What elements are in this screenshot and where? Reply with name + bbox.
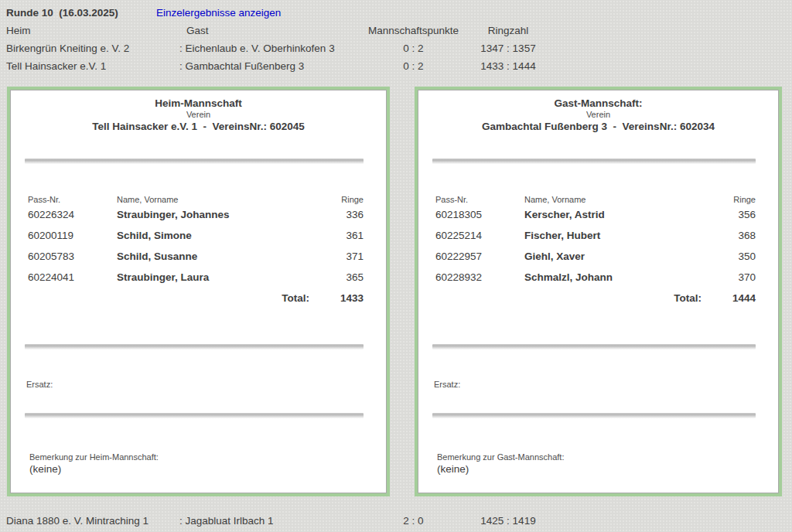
total-label: Total: <box>117 292 309 304</box>
gast-team-name: : Eichenlaub e. V. Oberhinkofen 3 <box>179 43 362 54</box>
shooter-name: Straubinger, Laura <box>117 271 309 283</box>
ringe-value: 356 <box>702 209 756 220</box>
match-row-footer: Diana 1880 e. V. Mintraching 1 : Jagablu… <box>0 512 792 530</box>
bemerkung-value: (keine) <box>437 462 778 476</box>
shooter-row: 60218305 Kerscher, Astrid 356 <box>435 204 756 225</box>
panel-title: Gast-Mannschaft: <box>418 97 778 110</box>
bemerkung-value: (keine) <box>29 462 386 476</box>
total-value: 1444 <box>702 292 756 304</box>
name-header: Name, Vorname <box>524 195 702 204</box>
column-header-ringzahl: Ringzahl <box>465 25 551 36</box>
gast-team-name: : Jagabluat Irlbach 1 <box>179 515 362 527</box>
divider <box>432 413 756 418</box>
ringzahl-value: 1347 : 1357 <box>465 43 551 54</box>
pass-nr: 60224041 <box>28 271 117 283</box>
ringe-value: 336 <box>309 209 364 220</box>
shooter-row: 60200119 Schild, Simone 361 <box>28 225 364 246</box>
heim-team-name: Tell Hainsacker e.V. 1 <box>6 60 179 72</box>
round-title-row: Runde 10 (16.03.2025) Einzelergebnisse a… <box>6 4 792 22</box>
pass-nr: 60205783 <box>28 251 117 262</box>
bemerkung-label: Bemerkung zur Gast-Mannschaft: <box>437 452 778 462</box>
pass-nr: 60225214 <box>435 230 524 241</box>
name-header: Name, Vorname <box>117 195 309 204</box>
shooter-table: Pass-Nr. Name, Vorname Ringe 60226324 St… <box>28 187 364 309</box>
shooter-name: Kerscher, Astrid <box>524 209 702 220</box>
pass-nr: 60222957 <box>435 251 524 262</box>
column-header-gast: Gast <box>179 25 362 36</box>
ersatz-label: Ersatz: <box>26 379 386 390</box>
match-table-header-row: Heim Gast Mannschaftspunkte Ringzahl <box>6 22 792 39</box>
shooter-name: Fischer, Hubert <box>524 230 702 241</box>
ringe-header: Ringe <box>309 195 364 204</box>
shooter-name: Schmalzl, Johann <box>524 271 702 283</box>
ersatz-label: Ersatz: <box>434 379 778 390</box>
ringzahl-value: 1425 : 1419 <box>465 515 551 527</box>
mannschaftspunkte-value: 2 : 0 <box>362 515 465 527</box>
mannschaftspunkte-value: 0 : 2 <box>362 60 465 72</box>
ringe-value: 368 <box>702 230 756 241</box>
total-row: Total: 1433 <box>28 288 364 309</box>
ringe-header: Ringe <box>702 195 756 204</box>
divider <box>432 344 756 350</box>
shooter-row: 60225214 Fischer, Hubert 368 <box>435 225 756 246</box>
match-row: Tell Hainsacker e.V. 1 : Gambachtal Fuße… <box>6 57 792 75</box>
pass-nr: 60228932 <box>435 271 524 283</box>
shooter-row: 60222957 Giehl, Xaver 350 <box>435 246 756 267</box>
team-line: Gambachtal Fußenberg 3 - VereinsNr.: 602… <box>418 120 778 133</box>
total-value: 1433 <box>309 292 364 304</box>
shooter-table-header: Pass-Nr. Name, Vorname Ringe <box>435 187 756 204</box>
guest-team-panel: Gast-Mannschaft: Verein Gambachtal Fußen… <box>415 87 782 496</box>
ringe-value: 350 <box>702 251 756 262</box>
shooter-table-header: Pass-Nr. Name, Vorname Ringe <box>28 187 364 204</box>
pass-nr-header: Pass-Nr. <box>28 195 117 204</box>
round-results-header: Runde 10 (16.03.2025) Einzelergebnisse a… <box>0 0 792 75</box>
heim-team-name: Diana 1880 e. V. Mintraching 1 <box>6 515 179 527</box>
total-row: Total: 1444 <box>435 288 756 309</box>
column-header-mannschaftspunkte: Mannschaftspunkte <box>362 25 465 36</box>
home-team-panel: Heim-Mannschaft Verein Tell Hainsacker e… <box>7 87 390 496</box>
shooter-row: 60205783 Schild, Susanne 371 <box>28 246 364 267</box>
mannschaftspunkte-value: 0 : 2 <box>362 43 465 54</box>
panel-title: Heim-Mannschaft <box>11 97 386 110</box>
team-detail-panels: Heim-Mannschaft Verein Tell Hainsacker e… <box>0 87 792 496</box>
ringzahl-value: 1433 : 1444 <box>465 60 551 72</box>
team-line: Tell Hainsacker e.V. 1 - VereinsNr.: 602… <box>11 120 386 133</box>
column-header-heim: Heim <box>6 25 179 36</box>
guest-team-panel-inner: Gast-Mannschaft: Verein Gambachtal Fußen… <box>418 90 779 493</box>
shooter-name: Giehl, Xaver <box>524 251 702 262</box>
pass-nr: 60200119 <box>28 230 117 241</box>
ringe-value: 371 <box>309 251 364 262</box>
home-team-panel-inner: Heim-Mannschaft Verein Tell Hainsacker e… <box>10 90 387 493</box>
divider <box>25 159 364 164</box>
shooter-name: Schild, Susanne <box>117 251 309 262</box>
shooter-row: 60224041 Straubinger, Laura 365 <box>28 267 364 288</box>
divider <box>25 413 364 418</box>
shooter-name: Schild, Simone <box>117 230 309 241</box>
shooter-row: 60228932 Schmalzl, Johann 370 <box>435 267 756 288</box>
einzelergebnisse-link[interactable]: Einzelergebnisse anzeigen <box>156 7 281 19</box>
round-title: Runde 10 (16.03.2025) <box>6 7 156 19</box>
total-label: Total: <box>524 292 702 304</box>
pass-nr-header: Pass-Nr. <box>435 195 524 204</box>
shooter-name: Straubinger, Johannes <box>117 209 309 220</box>
match-row: Birkengrün Kneiting e. V. 2 : Eichenlaub… <box>6 39 792 57</box>
bemerkung-label: Bemerkung zur Heim-Mannschaft: <box>29 452 386 462</box>
shooter-table: Pass-Nr. Name, Vorname Ringe 60218305 Ke… <box>435 187 756 309</box>
ringe-value: 365 <box>309 271 364 283</box>
heim-team-name: Birkengrün Kneiting e. V. 2 <box>6 43 179 54</box>
gast-team-name: : Gambachtal Fußenberg 3 <box>179 60 362 72</box>
pass-nr: 60226324 <box>28 209 117 220</box>
divider <box>25 344 364 350</box>
ringe-value: 370 <box>702 271 756 283</box>
verein-label: Verein <box>11 110 386 120</box>
divider <box>432 159 756 164</box>
pass-nr: 60218305 <box>435 209 524 220</box>
verein-label: Verein <box>418 110 778 120</box>
ringe-value: 361 <box>309 230 364 241</box>
shooter-row: 60226324 Straubinger, Johannes 336 <box>28 204 364 225</box>
